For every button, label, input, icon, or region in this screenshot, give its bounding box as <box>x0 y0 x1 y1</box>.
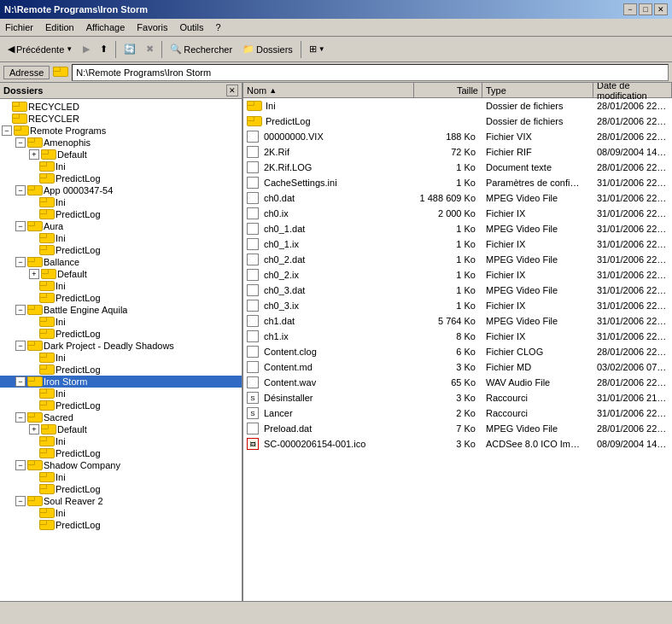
file-row[interactable]: 2K.Rif.LOG 1 Ko Document texte 28/01/200… <box>243 160 672 175</box>
tree-item[interactable]: −Soul Reaver 2 <box>0 495 242 507</box>
tree-item[interactable]: +Default <box>0 268 242 280</box>
tree-item[interactable]: +Default <box>0 149 242 160</box>
tree-item[interactable]: PredictLog <box>0 244 242 256</box>
tree-item[interactable]: −Battle Engine Aquila <box>0 304 242 316</box>
search-button[interactable]: 🔍 Rechercher <box>166 39 237 60</box>
tree-item[interactable]: RECYCLED <box>0 101 242 113</box>
tree-item[interactable]: Ini <box>0 435 242 447</box>
tree-toggle[interactable]: − <box>15 376 26 387</box>
file-row[interactable]: ch1.ix 8 Ko Fichier IX 31/01/2006 22:17 <box>243 329 672 344</box>
tree-item[interactable]: PredictLog <box>0 172 242 184</box>
menu-item-affichage[interactable]: Affichage <box>81 20 131 34</box>
tree-item[interactable]: PredictLog <box>0 519 242 531</box>
file-row[interactable]: ch0_1.dat 1 Ko MPEG Video File 31/01/200… <box>243 221 672 236</box>
file-cell-date: 31/01/2006 22:17 <box>593 330 672 342</box>
tree-item-label: App 0000347-54 <box>44 185 113 195</box>
file-row[interactable]: PredictLog Dossier de fichiers 28/01/200… <box>243 114 672 129</box>
file-row[interactable]: ch0_2.ix 1 Ko Fichier IX 31/01/2006 22:1… <box>243 267 672 283</box>
tree-item[interactable]: PredictLog <box>0 447 242 459</box>
refresh-button[interactable]: 🔄 <box>120 39 140 60</box>
tree-item[interactable]: −Sacred <box>0 411 242 423</box>
file-row[interactable]: ch0_2.dat 1 Ko MPEG Video File 31/01/200… <box>243 252 672 267</box>
menu-item-edition[interactable]: Edition <box>40 20 79 34</box>
tree-item[interactable]: PredictLog <box>0 483 242 495</box>
file-row[interactable]: ch0_1.ix 1 Ko Fichier IX 31/01/2006 22:1… <box>243 236 672 252</box>
tree-item[interactable]: −App 0000347-54 <box>0 184 242 196</box>
tree-item[interactable]: −Iron Storm <box>0 376 242 388</box>
file-row[interactable]: S Désinstaller 3 Ko Raccourci 31/01/2006… <box>243 390 672 405</box>
up-button[interactable]: ⬆ <box>96 39 112 60</box>
forward-button[interactable]: ▶ <box>79 39 94 60</box>
tree-toggle[interactable]: − <box>15 412 26 423</box>
tree-toggle[interactable]: − <box>15 185 26 195</box>
col-header-date[interactable]: Date de modification <box>593 83 672 97</box>
tree-toggle[interactable]: + <box>29 149 39 160</box>
col-header-name[interactable]: Nom ▲ <box>243 83 414 97</box>
tree-item[interactable]: −Remote Programs <box>0 125 242 137</box>
file-row[interactable]: Content.wav 65 Ko WAV Audio File 28/01/2… <box>243 375 672 390</box>
close-button[interactable]: ✕ <box>654 3 668 15</box>
file-row[interactable]: ch0_3.ix 1 Ko Fichier IX 31/01/2006 22:1… <box>243 298 672 313</box>
file-cell-size: 1 Ko <box>414 269 482 281</box>
tree-item[interactable]: −Aura <box>0 220 242 232</box>
tree-item[interactable]: PredictLog <box>0 292 242 304</box>
file-row[interactable]: ch0.dat 1 488 609 Ko MPEG Video File 31/… <box>243 190 672 206</box>
tree-item[interactable]: Ini <box>0 316 242 328</box>
folders-button[interactable]: 📁 Dossiers <box>238 39 297 60</box>
back-dropdown-icon[interactable]: ▼ <box>66 45 73 53</box>
maximize-button[interactable]: □ <box>639 3 652 15</box>
file-row[interactable]: ch0_3.dat 1 Ko MPEG Video File 31/01/200… <box>243 283 672 298</box>
tree-item[interactable]: −Amenophis <box>0 137 242 149</box>
tree-item[interactable]: −Dark Project - Deadly Shadows <box>0 340 242 352</box>
tree-item[interactable]: Ini <box>0 507 242 519</box>
tree-toggle[interactable]: − <box>15 460 26 470</box>
tree-item[interactable]: PredictLog <box>0 364 242 376</box>
menu-item-favoris[interactable]: Favoris <box>131 20 172 34</box>
tree-toggle[interactable]: + <box>29 424 39 434</box>
file-row[interactable]: ch1.dat 5 764 Ko MPEG Video File 31/01/2… <box>243 313 672 329</box>
tree-item[interactable]: Ini <box>0 196 242 208</box>
stop-button[interactable]: ✖ <box>142 39 158 60</box>
tree-item[interactable]: PredictLog <box>0 399 242 411</box>
file-row[interactable]: 2K.Rif 72 Ko Fichier RIF 08/09/2004 14:0… <box>243 144 672 160</box>
back-button[interactable]: ◀ Précédente ▼ <box>3 39 77 60</box>
file-row[interactable]: ch0.ix 2 000 Ko Fichier IX 31/01/2006 22… <box>243 206 672 221</box>
tree-toggle[interactable]: − <box>15 305 26 315</box>
file-row[interactable]: S Lancer 2 Ko Raccourci 31/01/2006 22:17 <box>243 405 672 421</box>
tree-item[interactable]: Ini <box>0 352 242 364</box>
tree-item[interactable]: Ini <box>0 232 242 244</box>
file-row[interactable]: Preload.dat 7 Ko MPEG Video File 28/01/2… <box>243 421 672 436</box>
col-header-size[interactable]: Taille <box>414 83 482 97</box>
tree-toggle[interactable]: − <box>15 137 26 148</box>
tree-item[interactable]: Ini <box>0 388 242 399</box>
tree-item[interactable]: Ini <box>0 471 242 483</box>
views-button[interactable]: ⊞ ▼ <box>305 39 330 60</box>
tree-toggle[interactable]: − <box>15 341 26 351</box>
file-row[interactable]: 🖼 SC-0000206154-001.ico 3 Ko ACDSee 8.0 … <box>243 436 672 452</box>
tree-item[interactable]: RECYCLER <box>0 113 242 125</box>
file-row[interactable]: 00000000.VIX 188 Ko Fichier VIX 28/01/20… <box>243 129 672 144</box>
file-row[interactable]: Ini Dossier de fichiers 28/01/2006 22:33 <box>243 98 672 114</box>
tree-item[interactable]: Ini <box>0 160 242 172</box>
col-header-type[interactable]: Type <box>482 83 593 97</box>
tree-toggle[interactable]: + <box>29 269 39 279</box>
tree-item[interactable]: −Shadow Company <box>0 459 242 471</box>
tree-item[interactable]: +Default <box>0 423 242 435</box>
menu-item-?[interactable]: ? <box>211 20 226 34</box>
folder-panel-close[interactable]: ✕ <box>226 85 238 96</box>
tree-toggle[interactable]: − <box>2 125 12 136</box>
tree-toggle[interactable]: − <box>15 257 26 267</box>
file-row[interactable]: Content.md 3 Ko Fichier MD 03/02/2006 07… <box>243 359 672 375</box>
menu-item-outils[interactable]: Outils <box>174 20 208 34</box>
address-input[interactable] <box>72 64 669 81</box>
tree-item[interactable]: Ini <box>0 280 242 292</box>
file-row[interactable]: Content.clog 6 Ko Fichier CLOG 28/01/200… <box>243 344 672 359</box>
menu-item-fichier[interactable]: Fichier <box>0 20 38 34</box>
tree-toggle[interactable]: − <box>15 496 26 506</box>
tree-item[interactable]: −Ballance <box>0 256 242 268</box>
file-row[interactable]: CacheSettings.ini 1 Ko Paramètres de con… <box>243 175 672 190</box>
tree-item[interactable]: PredictLog <box>0 208 242 220</box>
minimize-button[interactable]: − <box>623 3 637 15</box>
tree-item[interactable]: PredictLog <box>0 328 242 340</box>
tree-toggle[interactable]: − <box>15 221 26 231</box>
